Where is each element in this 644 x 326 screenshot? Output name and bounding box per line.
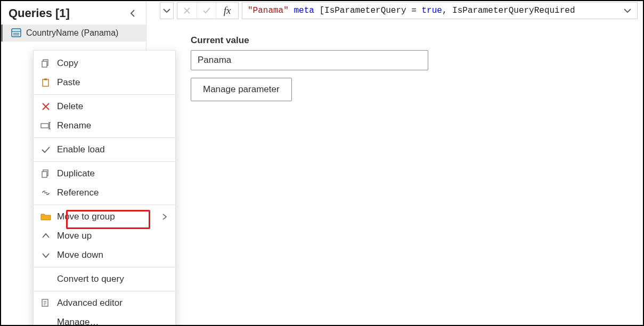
cancel-formula-button[interactable]: [177, 3, 197, 19]
menu-separator: [34, 205, 175, 205]
reference-icon: [39, 187, 53, 199]
formula-string: "Panama": [248, 6, 289, 15]
menu-separator: [34, 94, 175, 95]
formula-dropdown-button[interactable]: [160, 2, 174, 19]
commit-formula-button[interactable]: [197, 3, 216, 19]
checkmark-icon: [39, 144, 53, 156]
menu-convert-to-query-label: Convert to query: [57, 274, 169, 284]
menu-manage-label: Manage…: [57, 317, 169, 326]
menu-separator: [34, 267, 175, 267]
duplicate-icon: [39, 168, 53, 180]
formula-code: "Panama" meta [IsParameterQuery = true, …: [248, 6, 575, 15]
chevron-right-icon: [160, 214, 169, 220]
menu-move-down[interactable]: Move down: [34, 246, 175, 265]
paste-icon: [39, 77, 53, 88]
menu-rename-label: Rename: [57, 120, 169, 131]
menu-reference[interactable]: Reference: [34, 183, 175, 202]
formula-expand-button[interactable]: [622, 8, 633, 13]
copy-icon: [39, 58, 53, 69]
chevron-up-icon: [39, 230, 53, 242]
chevron-down-icon: [39, 249, 53, 261]
menu-move-up-label: Move up: [57, 231, 169, 241]
menu-reference-label: Reference: [57, 188, 169, 198]
svg-rect-7: [44, 79, 47, 80]
menu-rename[interactable]: Rename: [34, 116, 175, 135]
manage-parameter-button[interactable]: Manage parameter: [191, 78, 292, 101]
svg-rect-6: [43, 79, 48, 86]
menu-manage[interactable]: Manage…: [34, 313, 175, 326]
svg-rect-0: [12, 29, 21, 37]
current-value-section: Current value Manage parameter: [191, 35, 428, 101]
menu-delete[interactable]: Delete: [34, 97, 175, 116]
queries-header: Queries [1]: [1, 1, 146, 25]
menu-paste[interactable]: Paste: [34, 73, 175, 92]
svg-rect-8: [41, 124, 48, 128]
formula-text-2: , IsParameterQueryRequired: [442, 6, 575, 15]
query-context-menu: Copy Paste Delete Rename Enable load Dup…: [33, 50, 176, 326]
menu-advanced-editor[interactable]: Advanced editor: [34, 294, 175, 313]
blank-icon: [39, 316, 53, 326]
collapse-queries-button[interactable]: [128, 8, 138, 19]
menu-enable-load[interactable]: Enable load: [34, 140, 175, 159]
formula-row: fx "Panama" meta [IsParameterQuery = tru…: [160, 2, 638, 19]
menu-move-to-group[interactable]: Move to group: [34, 207, 175, 226]
menu-separator: [34, 137, 175, 138]
menu-copy-label: Copy: [57, 58, 169, 69]
blank-icon: [39, 273, 53, 285]
formula-bar[interactable]: "Panama" meta [IsParameterQuery = true, …: [242, 2, 638, 19]
menu-duplicate-label: Duplicate: [57, 168, 169, 179]
svg-rect-13: [42, 172, 47, 177]
advanced-editor-icon: [39, 297, 53, 309]
menu-move-to-group-label: Move to group: [57, 211, 156, 222]
menu-separator: [34, 161, 175, 162]
current-value-label: Current value: [191, 35, 428, 46]
parameter-icon: [11, 28, 22, 38]
svg-rect-5: [42, 61, 47, 67]
menu-advanced-editor-label: Advanced editor: [57, 298, 169, 308]
delete-icon: [39, 101, 53, 112]
menu-enable-load-label: Enable load: [57, 144, 169, 155]
menu-copy[interactable]: Copy: [34, 54, 175, 73]
query-item-countryname[interactable]: CountryName (Panama): [1, 25, 146, 42]
menu-paste-label: Paste: [57, 77, 169, 88]
menu-move-up[interactable]: Move up: [34, 226, 175, 246]
formula-keyword-true: true: [421, 6, 442, 15]
menu-separator: [34, 291, 175, 291]
folder-icon: [39, 211, 53, 223]
menu-duplicate[interactable]: Duplicate: [34, 164, 175, 183]
rename-icon: [39, 120, 53, 132]
current-value-input[interactable]: [191, 50, 428, 70]
formula-actions-group: fx: [177, 2, 239, 19]
query-item-label: CountryName (Panama): [26, 28, 118, 38]
menu-move-down-label: Move down: [57, 250, 169, 260]
menu-convert-to-query[interactable]: Convert to query: [34, 270, 175, 289]
menu-delete-label: Delete: [57, 101, 169, 112]
formula-text-1: [IsParameterQuery =: [314, 6, 422, 15]
fx-label: fx: [224, 5, 231, 17]
formula-keyword-meta: meta: [294, 6, 314, 15]
queries-title: Queries [1]: [9, 6, 70, 20]
fx-button[interactable]: fx: [216, 3, 238, 19]
